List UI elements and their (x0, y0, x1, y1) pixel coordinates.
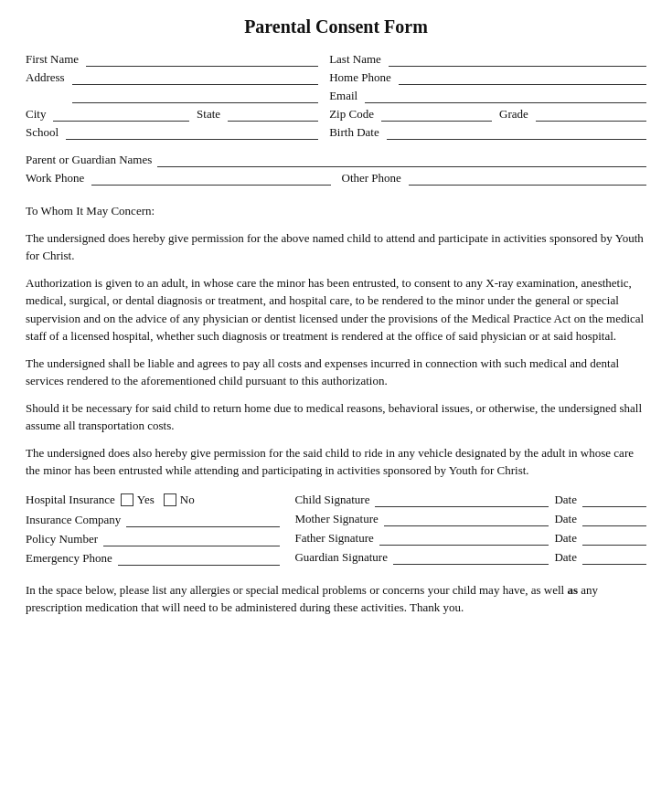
home-phone-input[interactable] (399, 70, 646, 85)
other-phone-row: Other Phone (342, 171, 647, 186)
guardian-signature-label: Guardian Signature (294, 550, 387, 565)
grade-label: Grade (499, 107, 528, 122)
bottom-section: Hospital Insurance Yes No Insurance Comp… (26, 493, 646, 570)
first-name-row: First Name (26, 52, 318, 67)
mother-date-input[interactable] (582, 512, 646, 526)
child-signature-input[interactable] (375, 493, 549, 507)
zip-code-input[interactable] (381, 107, 492, 122)
address-input[interactable] (72, 70, 319, 85)
zip-code-label: Zip Code (329, 107, 374, 122)
child-signature-row: Child Signature Date (294, 493, 646, 507)
paragraph-4: Should it be necessary for said child to… (26, 399, 646, 435)
paragraph-5: The undersigned does also hereby give pe… (26, 444, 646, 480)
parent-guardian-row: Parent or Guardian Names (26, 153, 646, 167)
zip-grade-row: Zip Code Grade (329, 107, 646, 122)
no-checkbox[interactable] (164, 493, 176, 506)
last-name-label: Last Name (329, 52, 381, 67)
policy-number-label: Policy Number (26, 532, 98, 546)
yes-checkbox-group: Yes (121, 493, 155, 507)
city-label: City (26, 107, 46, 122)
mother-signature-input[interactable] (384, 512, 549, 526)
mother-signature-label: Mother Signature (294, 512, 378, 526)
other-phone-input[interactable] (409, 171, 646, 186)
address-input2[interactable] (72, 89, 319, 103)
parent-section: Parent or Guardian Names Work Phone Othe… (26, 153, 646, 189)
guardian-signature-row: Guardian Signature Date (294, 550, 646, 565)
mother-date-label: Date (554, 512, 577, 526)
insurance-company-row: Insurance Company (26, 513, 280, 527)
policy-number-input[interactable] (103, 532, 280, 546)
guardian-signature-input[interactable] (393, 550, 549, 565)
last-name-row: Last Name (329, 52, 646, 67)
work-phone-label: Work Phone (26, 171, 84, 186)
emergency-phone-input[interactable] (118, 551, 281, 566)
birth-date-label: Birth Date (329, 125, 379, 140)
bottom-left-col: Hospital Insurance Yes No Insurance Comp… (26, 493, 280, 570)
yes-label: Yes (137, 493, 155, 507)
state-label: State (197, 107, 220, 122)
grade-input[interactable] (536, 107, 646, 122)
paragraphs-section: To Whom It May Concern: The undersigned … (26, 202, 646, 480)
emergency-phone-row: Emergency Phone (26, 551, 280, 566)
school-label: School (26, 125, 59, 140)
city-input[interactable] (53, 107, 189, 122)
work-phone-input[interactable] (91, 171, 330, 186)
emergency-phone-label: Emergency Phone (26, 551, 112, 566)
insurance-company-input[interactable] (126, 513, 280, 527)
parent-guardian-input[interactable] (157, 153, 646, 167)
home-phone-row: Home Phone (329, 70, 646, 85)
bottom-grid: Hospital Insurance Yes No Insurance Comp… (26, 493, 646, 570)
salutation: To Whom It May Concern: (26, 202, 646, 220)
yes-checkbox[interactable] (121, 493, 133, 506)
father-date-label: Date (554, 531, 577, 546)
parent-guardian-label: Parent or Guardian Names (26, 153, 152, 167)
footer-section: In the space below, please list any alle… (26, 581, 646, 617)
father-signature-input[interactable] (379, 531, 549, 546)
hospital-insurance-label: Hospital Insurance (26, 493, 115, 507)
birth-date-row: Birth Date (329, 125, 646, 140)
footer-text-start: In the space below, please list any alle… (26, 583, 567, 597)
last-name-input[interactable] (389, 52, 646, 67)
father-signature-label: Father Signature (294, 531, 373, 546)
address-label: Address (26, 70, 65, 85)
guardian-date-input[interactable] (582, 550, 646, 565)
birth-date-input[interactable] (387, 125, 646, 140)
address-row: Address (26, 70, 318, 85)
child-date-input[interactable] (582, 493, 646, 507)
insurance-company-label: Insurance Company (26, 513, 121, 527)
footer-text-bold: as (567, 583, 578, 597)
hospital-insurance-row: Hospital Insurance Yes No (26, 493, 280, 507)
guardian-date-label: Date (554, 550, 577, 565)
top-fields-section: First Name Address Address City State Sc… (26, 52, 646, 143)
paragraph-2: Authorization is given to an adult, in w… (26, 274, 646, 345)
no-checkbox-group: No (164, 493, 195, 507)
father-signature-row: Father Signature Date (294, 531, 646, 546)
email-label: Email (329, 89, 357, 103)
email-input[interactable] (365, 89, 646, 103)
state-input[interactable] (228, 107, 318, 122)
first-name-input[interactable] (86, 52, 318, 67)
mother-signature-row: Mother Signature Date (294, 512, 646, 526)
email-row: Email (329, 89, 646, 103)
school-row: School (26, 125, 318, 140)
paragraph-3: The undersigned shall be liable and agre… (26, 355, 646, 390)
school-input[interactable] (66, 125, 318, 140)
other-phone-label: Other Phone (342, 171, 401, 186)
home-phone-label: Home Phone (329, 70, 391, 85)
bottom-right-col: Child Signature Date Mother Signature Da… (294, 493, 646, 570)
child-signature-label: Child Signature (294, 493, 369, 507)
child-date-label: Date (554, 493, 577, 507)
first-name-label: First Name (26, 52, 79, 67)
work-phone-row: Work Phone (26, 171, 331, 186)
policy-number-row: Policy Number (26, 532, 280, 546)
city-state-row: City State (26, 107, 318, 122)
form-title: Parental Consent Form (26, 16, 646, 37)
father-date-input[interactable] (582, 531, 646, 546)
paragraph-1: The undersigned does hereby give permiss… (26, 229, 646, 265)
address-row2: Address (26, 89, 318, 103)
no-label: No (180, 493, 195, 507)
